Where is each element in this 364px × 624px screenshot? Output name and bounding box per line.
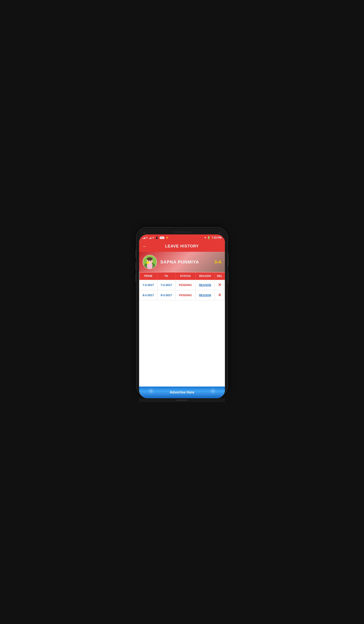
svg-point-4 xyxy=(147,257,153,260)
status-bar: R R 📱 true ⚡ ▾ 🔋 7:22 PM xyxy=(139,234,225,240)
back-button[interactable]: ← xyxy=(143,244,147,249)
table-header-row: FROM TO STATUS REASON DEL xyxy=(139,272,225,280)
svg-point-8 xyxy=(148,262,150,264)
home-indicator xyxy=(177,400,187,401)
time-display: 7:22 PM xyxy=(212,236,221,239)
true-icon: true xyxy=(160,237,164,239)
reason-cell-1[interactable]: REASON xyxy=(195,280,214,290)
top-notch xyxy=(139,230,225,234)
col-to: TO xyxy=(157,272,175,280)
speaker-grill xyxy=(173,231,191,233)
from-date-1: 7-2-2017 xyxy=(139,280,157,290)
r2-indicator: R xyxy=(153,237,154,239)
delete-button-1[interactable]: ✕ xyxy=(218,283,221,287)
svg-point-9 xyxy=(146,262,148,264)
col-del: DEL xyxy=(214,272,225,280)
svg-point-6 xyxy=(150,260,151,261)
app-bar: ← LEAVE HISTORY xyxy=(139,240,225,252)
profile-banner: SAPNA PUNMIYA 3-A xyxy=(139,252,225,272)
leave-table-container: FROM TO STATUS REASON DEL 7-2-2017 7-2-2… xyxy=(139,272,225,387)
battery-icon: 🔋 xyxy=(207,236,210,239)
delete-cell-2[interactable]: ✕ xyxy=(214,290,225,300)
whatsapp-icon: 📱 xyxy=(155,236,158,239)
bottom-bar xyxy=(139,398,225,402)
camera-2 xyxy=(219,232,221,234)
phone-frame: R R 📱 true ⚡ ▾ 🔋 7:22 PM ← LEAV xyxy=(136,228,228,396)
table-row: 8-2-2017 9-2-2017 PENDING REASON ✕ xyxy=(139,290,225,300)
to-date-2: 9-2-2017 xyxy=(157,290,175,300)
leave-table: FROM TO STATUS REASON DEL 7-2-2017 7-2-2… xyxy=(139,272,225,300)
status-1: PENDING xyxy=(175,280,195,290)
svg-point-5 xyxy=(148,260,149,261)
reason-cell-2[interactable]: REASON xyxy=(195,290,214,300)
col-reason: REASON xyxy=(195,272,214,280)
student-name: SAPNA PUNMIYA xyxy=(160,260,214,264)
avatar xyxy=(143,255,157,269)
page-title: LEAVE HISTORY xyxy=(150,244,214,249)
table-row: 7-2-2017 7-2-2017 PENDING REASON ✕ xyxy=(139,280,225,290)
wifi-icon: ▾ xyxy=(205,236,206,239)
delete-button-2[interactable]: ✕ xyxy=(218,293,221,297)
camera xyxy=(143,232,145,234)
student-class: 3-A xyxy=(214,260,221,264)
col-status: STATUS xyxy=(175,272,195,280)
screen: R R 📱 true ⚡ ▾ 🔋 7:22 PM ← LEAV xyxy=(139,234,225,398)
signal2-icon xyxy=(149,236,152,239)
status-2: PENDING xyxy=(175,290,195,300)
delete-cell-1[interactable]: ✕ xyxy=(214,280,225,290)
usb-icon: ⚡ xyxy=(165,236,169,239)
r-indicator: R xyxy=(146,237,148,239)
from-date-2: 8-2-2017 xyxy=(139,290,157,300)
ad-banner[interactable]: Advertise Here xyxy=(139,387,225,398)
status-left: R R 📱 true ⚡ xyxy=(143,236,169,239)
col-from: FROM xyxy=(139,272,157,280)
to-date-1: 7-2-2017 xyxy=(157,280,175,290)
status-right: ▾ 🔋 7:22 PM xyxy=(205,236,221,239)
signal-icon xyxy=(143,236,145,239)
ad-text: Advertise Here xyxy=(170,390,194,394)
